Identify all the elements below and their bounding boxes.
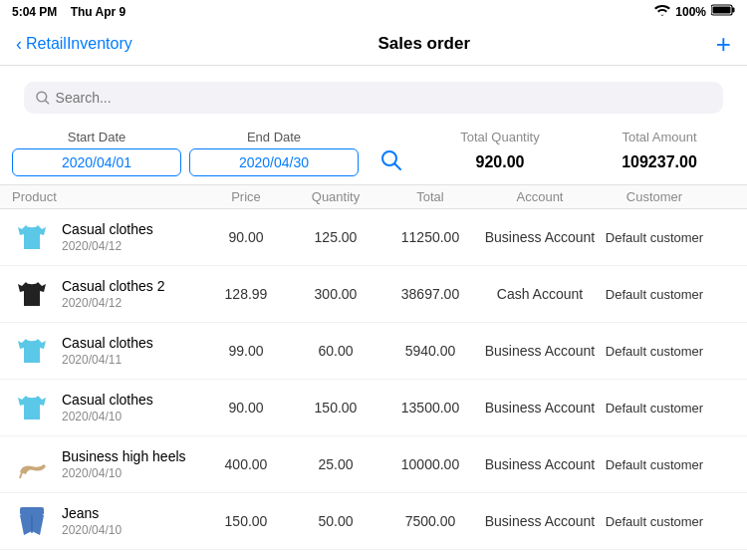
svg-rect-2 bbox=[713, 7, 731, 14]
product-info: Business high heels 2020/04/10 bbox=[62, 448, 186, 480]
customer-value: Default customer bbox=[600, 401, 709, 416]
product-name: Casual clothes 2 bbox=[62, 278, 165, 294]
total-value: 38697.00 bbox=[380, 286, 480, 302]
total-value: 10000.00 bbox=[380, 456, 480, 472]
price-value: 400.00 bbox=[201, 456, 291, 472]
table-row[interactable]: Business high heels 2020/04/10 400.00 25… bbox=[0, 436, 747, 493]
product-image bbox=[12, 501, 52, 541]
product-cell: Casual clothes 2020/04/11 bbox=[12, 331, 201, 371]
status-date: Thu Apr 9 bbox=[71, 5, 126, 19]
price-value: 99.00 bbox=[201, 343, 291, 359]
col-quantity: Quantity bbox=[291, 189, 380, 204]
table-row[interactable]: Casual clothes 2 2020/04/12 128.99 300.0… bbox=[0, 266, 747, 323]
product-image bbox=[12, 388, 52, 427]
account-value: Business Account bbox=[480, 229, 600, 245]
search-input[interactable] bbox=[56, 90, 711, 106]
product-name: Casual clothes bbox=[62, 221, 153, 237]
product-date: 2020/04/10 bbox=[62, 410, 153, 423]
total-value: 11250.00 bbox=[380, 229, 480, 245]
table-body: Casual clothes 2020/04/12 90.00 125.00 1… bbox=[0, 209, 747, 560]
table-row[interactable]: Casual clothes 2020/04/10 90.00 150.00 1… bbox=[0, 380, 747, 436]
product-cell: Business high heels 2020/04/10 bbox=[12, 444, 201, 484]
product-date: 2020/04/12 bbox=[62, 296, 165, 310]
total-value: 5940.00 bbox=[380, 343, 480, 359]
search-filter-button[interactable] bbox=[367, 149, 416, 176]
product-date: 2020/04/12 bbox=[62, 239, 153, 253]
battery-level: 100% bbox=[675, 5, 706, 19]
column-headers: Product Price Quantity Total Account Cus… bbox=[0, 184, 747, 209]
total-quantity-value: 920.00 bbox=[424, 153, 576, 171]
search-icon bbox=[36, 91, 50, 105]
total-value: 13500.00 bbox=[380, 400, 480, 416]
table-row[interactable]: Casual clothes 2020/04/10 95.00 50.00 47… bbox=[0, 550, 747, 560]
total-quantity-label: Total Quantity bbox=[424, 130, 576, 144]
status-time: 5:04 PM bbox=[12, 5, 57, 19]
account-value: Business Account bbox=[480, 456, 600, 472]
account-value: Business Account bbox=[480, 400, 600, 416]
back-label: RetailInventory bbox=[26, 35, 132, 53]
table-row[interactable]: Jeans 2020/04/10 150.00 50.00 7500.00 Bu… bbox=[0, 493, 747, 550]
product-image bbox=[12, 444, 52, 484]
svg-line-4 bbox=[46, 101, 49, 104]
table-row[interactable]: Casual clothes 2020/04/12 90.00 125.00 1… bbox=[0, 209, 747, 266]
svg-line-6 bbox=[395, 163, 401, 169]
filter-labels-row: Start Date End Date Total Quantity Total… bbox=[0, 130, 747, 144]
product-name: Casual clothes bbox=[62, 392, 153, 408]
quantity-value: 50.00 bbox=[291, 513, 380, 529]
end-date-input[interactable]: 2020/04/30 bbox=[189, 148, 359, 176]
product-name: Casual clothes bbox=[62, 335, 153, 351]
product-info: Casual clothes 2020/04/10 bbox=[62, 392, 153, 423]
product-cell: Jeans 2020/04/10 bbox=[12, 501, 201, 541]
svg-rect-8 bbox=[20, 507, 44, 515]
customer-value: Default customer bbox=[600, 457, 709, 472]
svg-rect-1 bbox=[732, 8, 735, 13]
start-date-label: Start Date bbox=[12, 130, 181, 144]
col-product: Product bbox=[12, 189, 201, 204]
price-value: 90.00 bbox=[201, 229, 291, 245]
battery-icon bbox=[711, 4, 735, 19]
product-cell: Casual clothes 2 2020/04/12 bbox=[12, 274, 201, 314]
product-info: Jeans 2020/04/10 bbox=[62, 505, 122, 537]
end-date-label: End Date bbox=[189, 130, 359, 144]
wifi-icon bbox=[654, 4, 670, 19]
account-value: Cash Account bbox=[480, 286, 600, 302]
customer-value: Default customer bbox=[600, 230, 709, 245]
product-name: Business high heels bbox=[62, 448, 186, 464]
nav-bar: ‹ RetailInventory Sales order + bbox=[0, 23, 747, 66]
page-title: Sales order bbox=[377, 34, 470, 54]
quantity-value: 25.00 bbox=[291, 456, 380, 472]
back-button[interactable]: ‹ RetailInventory bbox=[16, 34, 132, 55]
price-value: 150.00 bbox=[201, 513, 291, 529]
quantity-value: 300.00 bbox=[291, 286, 380, 302]
account-value: Business Account bbox=[480, 513, 600, 529]
quantity-value: 150.00 bbox=[291, 400, 380, 416]
product-cell: Casual clothes 2020/04/10 bbox=[12, 388, 201, 427]
price-value: 90.00 bbox=[201, 400, 291, 416]
product-date: 2020/04/11 bbox=[62, 353, 153, 367]
customer-value: Default customer bbox=[600, 287, 709, 302]
customer-value: Default customer bbox=[600, 514, 709, 529]
product-info: Casual clothes 2020/04/12 bbox=[62, 221, 153, 253]
table-row[interactable]: Casual clothes 2020/04/11 99.00 60.00 59… bbox=[0, 323, 747, 380]
total-amount-label: Total Amount bbox=[584, 130, 735, 144]
product-cell: Casual clothes 2020/04/12 bbox=[12, 217, 201, 257]
customer-value: Default customer bbox=[600, 344, 709, 359]
col-account: Account bbox=[480, 189, 600, 204]
product-image bbox=[12, 274, 52, 314]
start-date-input[interactable]: 2020/04/01 bbox=[12, 148, 181, 176]
add-button[interactable]: + bbox=[716, 31, 731, 57]
search-container bbox=[0, 66, 747, 130]
product-date: 2020/04/10 bbox=[62, 523, 122, 537]
filter-values-row: 2020/04/01 2020/04/30 920.00 109237.00 bbox=[0, 144, 747, 184]
col-customer: Customer bbox=[600, 189, 709, 204]
total-value: 7500.00 bbox=[380, 513, 480, 529]
product-info: Casual clothes 2 2020/04/12 bbox=[62, 278, 165, 310]
price-value: 128.99 bbox=[201, 286, 291, 302]
col-price: Price bbox=[201, 189, 291, 204]
product-name: Jeans bbox=[62, 505, 122, 521]
account-value: Business Account bbox=[480, 343, 600, 359]
col-total: Total bbox=[380, 189, 480, 204]
product-image bbox=[12, 331, 52, 371]
chevron-left-icon: ‹ bbox=[16, 34, 22, 55]
status-bar: 5:04 PM Thu Apr 9 100% bbox=[0, 0, 747, 23]
